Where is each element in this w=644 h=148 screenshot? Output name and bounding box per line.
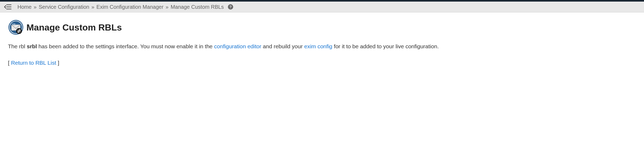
message-text: The rbl [8,43,27,49]
message-text: and rebuild your [261,43,304,49]
svg-text:?: ? [229,5,232,9]
page-title-row: EXIM Manage Custom RBLs [8,19,636,35]
breadcrumb-separator: » [34,4,36,10]
message-text: has been added to the settings interface… [37,43,214,49]
return-row: [ Return to RBL List ] [8,60,636,66]
breadcrumb-exim-config-manager[interactable]: Exim Configuration Manager [96,4,163,10]
exim-config-link[interactable]: exim config [304,43,332,49]
breadcrumb-separator: » [91,4,94,10]
svg-point-11 [16,28,22,34]
main-content: EXIM Manage Custom RBLs The rbl srbl has… [0,12,644,73]
breadcrumb-home[interactable]: Home [17,4,31,10]
help-icon[interactable]: ? [228,4,233,10]
breadcrumb-bar: Home » Service Configuration » Exim Conf… [0,2,644,12]
svg-text:EXIM: EXIM [12,23,15,25]
message-text: for it to be added to your live configur… [332,43,439,49]
configuration-editor-link[interactable]: configuration editor [214,43,261,49]
return-to-rbl-list-link[interactable]: Return to RBL List [11,60,56,66]
menu-toggle-icon[interactable] [4,4,12,10]
breadcrumb-service-configuration[interactable]: Service Configuration [39,4,89,10]
page-title: Manage Custom RBLs [26,22,122,33]
bracket-close: ] [56,60,59,66]
breadcrumb-current: Manage Custom RBLs [171,4,224,10]
breadcrumb: Home » Service Configuration » Exim Conf… [17,4,233,10]
bracket-open: [ [8,60,11,66]
rbl-name: srbl [27,43,37,49]
exim-mail-icon: EXIM [8,19,24,35]
breadcrumb-separator: » [165,4,168,10]
status-message: The rbl srbl has been added to the setti… [8,42,636,51]
